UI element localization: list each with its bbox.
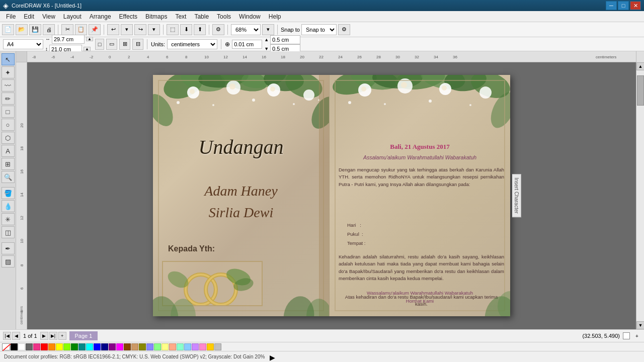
portrait-button[interactable]: □ (95, 39, 104, 50)
select-all-button[interactable]: ⬚ (167, 24, 179, 35)
polygon-tool[interactable]: ⬡ (2, 132, 15, 144)
color-cyan[interactable] (86, 343, 93, 350)
scroll-thumb-v[interactable] (637, 75, 644, 106)
menu-help[interactable]: Help (265, 12, 285, 21)
color-black[interactable] (11, 343, 18, 350)
snap-select[interactable]: Snap to (301, 24, 337, 35)
export-button[interactable]: ⬆ (194, 24, 206, 35)
maximize-button[interactable]: □ (618, 1, 629, 10)
menu-tools[interactable]: Tools (213, 12, 235, 21)
snap-indicator[interactable] (623, 332, 630, 339)
color-skyblue[interactable] (184, 343, 191, 350)
redo-button[interactable]: ↪ (134, 24, 146, 35)
color-red[interactable] (41, 343, 48, 350)
zoom-in-button[interactable]: + (633, 332, 641, 340)
rect-tool[interactable]: □ (2, 106, 15, 118)
menu-layout[interactable]: Layout (59, 12, 86, 21)
units-select[interactable]: centimeters (167, 39, 217, 49)
undo-dropdown[interactable]: ▾ (121, 24, 133, 35)
color-green[interactable] (71, 343, 78, 350)
height-up[interactable]: ▲ (84, 47, 91, 51)
scroll-down-button[interactable]: ▼ (636, 321, 644, 329)
color-mint[interactable] (177, 343, 184, 350)
print-layout[interactable]: ⊟ (132, 39, 143, 50)
color-lavender[interactable] (192, 343, 199, 350)
ellipse-tool[interactable]: ○ (2, 119, 15, 131)
fill-tool[interactable]: 🪣 (2, 187, 15, 199)
color-teal[interactable] (78, 343, 86, 350)
nudge-input[interactable] (232, 40, 262, 49)
menu-text[interactable]: Text (171, 12, 190, 21)
prev-page-button[interactable]: ◀ (12, 332, 20, 340)
menu-file[interactable]: File (2, 12, 20, 21)
zoom-tool[interactable]: 🔍 (2, 171, 15, 183)
interactive-tool[interactable]: ✳ (2, 213, 15, 225)
page-tab[interactable]: Page 1 (69, 331, 98, 340)
color-brown[interactable] (124, 343, 131, 350)
scroll-up-button[interactable]: ▲ (636, 62, 644, 70)
next-page-button[interactable]: ▶ (40, 332, 48, 340)
color-darkgray[interactable] (26, 343, 33, 350)
width-up[interactable]: ▲ (86, 37, 93, 41)
color-purple[interactable] (109, 343, 116, 350)
bleed-button[interactable]: ⊞ (119, 39, 130, 50)
new-button[interactable]: 📄 (2, 24, 14, 35)
first-page-button[interactable]: |◀ (3, 332, 11, 340)
options-button[interactable]: ⚙ (212, 24, 224, 35)
freehand-tool[interactable]: 〰 (2, 79, 15, 92)
outline-tool[interactable]: ✒ (2, 242, 15, 254)
menu-bitmaps[interactable]: Bitmaps (141, 12, 171, 21)
color-blue[interactable] (94, 343, 101, 350)
import-button[interactable]: ⬇ (180, 24, 192, 35)
close-button[interactable]: ✕ (630, 1, 641, 10)
color-rose[interactable] (199, 343, 206, 350)
paper-size-select[interactable]: A4 (3, 39, 43, 49)
open-button[interactable]: 📂 (16, 24, 28, 35)
color-lime[interactable] (63, 343, 70, 350)
shape-tool[interactable]: ✦ (2, 66, 15, 78)
text-tool[interactable]: A (2, 145, 15, 157)
copy-button[interactable]: 📋 (75, 24, 87, 35)
color-lightblue[interactable] (146, 343, 153, 350)
minimize-button[interactable]: ─ (606, 1, 617, 10)
redo-dropdown[interactable]: ▾ (148, 24, 160, 35)
titlebar-controls[interactable]: ─ □ ✕ (606, 1, 641, 10)
color-gold[interactable] (207, 343, 214, 350)
width-input[interactable] (52, 35, 85, 44)
no-color-swatch[interactable] (2, 343, 10, 350)
menu-window[interactable]: Window (235, 12, 265, 21)
select-tool[interactable]: ↖ (2, 53, 15, 65)
expand-info-button[interactable]: ▶ (270, 353, 277, 360)
paste-button[interactable]: 📌 (89, 24, 101, 35)
color-orange[interactable] (48, 343, 55, 350)
landscape-button[interactable]: ▭ (106, 39, 117, 50)
eyedropper-tool[interactable]: 💧 (2, 200, 15, 212)
menu-arrange[interactable]: Arrange (86, 12, 115, 21)
x-offset-input[interactable] (270, 35, 300, 44)
smartdraw-tool[interactable]: ✏ (2, 93, 15, 105)
table-tool[interactable]: ⊞ (2, 158, 15, 170)
color-peach[interactable] (169, 343, 176, 350)
fill-color-tool[interactable]: ▨ (2, 255, 15, 267)
print-button[interactable]: 🖨 (43, 24, 55, 35)
transparency-tool[interactable]: ◫ (2, 226, 15, 238)
save-button[interactable]: 💾 (29, 24, 41, 35)
menu-effects[interactable]: Effects (115, 12, 141, 21)
menu-table[interactable]: Table (190, 12, 213, 21)
v-scrollbar[interactable]: ▲ ▼ (636, 62, 644, 329)
zoom-dropdown[interactable]: ▾ (262, 24, 274, 35)
menu-view[interactable]: View (38, 12, 59, 21)
zoom-select[interactable]: 68% 50% 100% (231, 24, 261, 35)
last-page-button[interactable]: ▶| (49, 332, 57, 340)
cut-button[interactable]: ✂ (61, 24, 73, 35)
color-white[interactable] (18, 343, 25, 350)
menu-edit[interactable]: Edit (20, 12, 38, 21)
page-nav[interactable]: |◀ ◀ 1 of 1 ▶ ▶| + (3, 332, 66, 340)
color-navy[interactable] (101, 343, 108, 350)
color-magenta[interactable] (116, 343, 123, 350)
color-tan[interactable] (131, 343, 138, 350)
color-yellow[interactable] (56, 343, 63, 350)
add-page-button[interactable]: + (58, 332, 66, 340)
color-lightgreen[interactable] (154, 343, 161, 350)
undo-button[interactable]: ↩ (107, 24, 119, 35)
